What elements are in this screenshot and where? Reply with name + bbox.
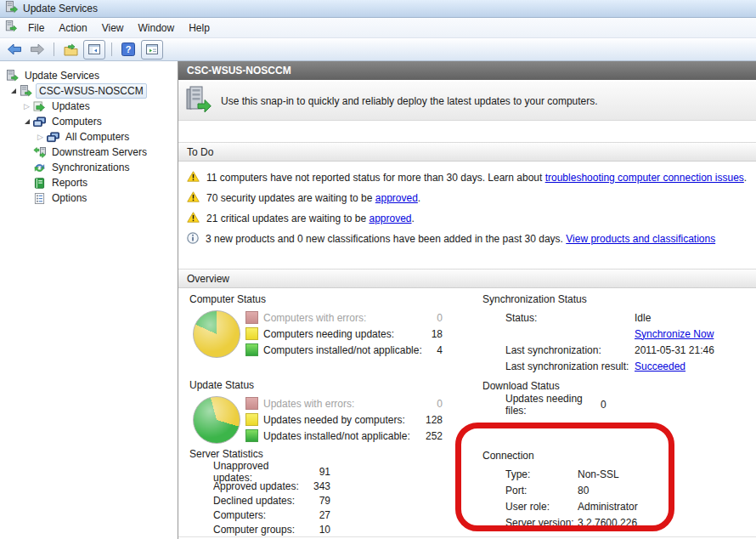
tree-item-update-services[interactable]: Update Services <box>0 68 178 83</box>
downstream-servers-icon <box>32 146 47 159</box>
menu-view[interactable]: View <box>95 20 131 37</box>
stat-value: 91 <box>305 466 330 478</box>
todo-section-header: To Do <box>178 142 756 162</box>
kv-row: Updates needing files:0 <box>505 396 606 412</box>
kv-row: Status:Idle <box>505 309 714 326</box>
todo-text: . <box>744 172 747 184</box>
new-window-icon[interactable] <box>141 40 163 60</box>
warning-icon <box>187 212 200 225</box>
tree-item-label[interactable]: Update Services <box>22 69 102 82</box>
computer-status-pie-chart <box>193 310 240 358</box>
options-icon <box>32 192 47 205</box>
snapin-description-banner: Use this snap-in to quickly and reliably… <box>178 82 756 121</box>
stat-row: Computer groups:10 <box>213 522 330 536</box>
wsus-server-icon <box>19 85 33 98</box>
todo-item: 70 security updates are waiting to be ap… <box>187 188 756 208</box>
computers-icon <box>32 116 47 128</box>
connection-title: Connection <box>482 450 638 462</box>
menu-action[interactable]: Action <box>52 20 93 37</box>
tree-item-computers[interactable]: Computers <box>0 114 178 129</box>
legend-value: 18 <box>420 328 443 340</box>
kv-value: 80 <box>578 485 589 496</box>
menu-window[interactable]: Window <box>132 20 182 37</box>
show-console-tree-icon[interactable] <box>83 40 105 60</box>
kv-row: Synchronize Now <box>505 326 714 342</box>
todo-link-approve-critical[interactable]: approved <box>369 213 411 224</box>
kv-label: Last synchronization: <box>505 344 635 356</box>
menu-help[interactable]: Help <box>182 20 217 37</box>
tree-item-label[interactable]: Reports <box>49 176 90 190</box>
legend-row: Updates installed/not applicable: 252 <box>245 428 443 444</box>
window-titlebar[interactable]: Update Services <box>0 0 756 18</box>
help-icon[interactable]: ? <box>118 41 138 59</box>
expander-expanded-icon[interactable] <box>8 88 19 94</box>
warning-icon <box>187 171 200 184</box>
snapin-description-text: Use this snap-in to quickly and reliably… <box>221 95 598 107</box>
kv-row: Port:80 <box>505 482 638 498</box>
legend-value: 4 <box>422 344 443 356</box>
todo-link-view-products[interactable]: View products and classifications <box>566 233 715 245</box>
tree-item-label[interactable]: Computers <box>49 115 104 128</box>
tree-item-options[interactable]: Options <box>0 190 178 206</box>
forward-icon[interactable] <box>27 41 48 59</box>
tree-item-downstream-servers[interactable]: Downstream Servers <box>0 145 178 160</box>
export-icon[interactable] <box>60 41 81 59</box>
tree-item-synchronizations[interactable]: Synchronizations <box>0 160 178 175</box>
menu-file[interactable]: File <box>21 20 51 37</box>
kv-value: 0 <box>601 399 606 411</box>
legend-label: Computers needing updates: <box>263 328 420 340</box>
legend-label: Computers installed/not applicable: <box>263 344 422 356</box>
tree-item-label[interactable]: Options <box>49 191 89 205</box>
tree-item-label[interactable]: Synchronizations <box>49 161 132 174</box>
toolbar-separator <box>54 43 54 56</box>
results-pane: CSC-WSUS-NOSCCM Use this snap-in to quic… <box>178 61 756 539</box>
synchronize-now-link[interactable]: Synchronize Now <box>635 328 714 340</box>
kv-row: User role:Administrator <box>505 498 638 514</box>
update-status-title: Update Status <box>189 379 443 391</box>
todo-item: 21 critical updates are waiting to be ap… <box>187 208 756 229</box>
tree-item-all-computers[interactable]: ▷ All Computers <box>0 129 178 145</box>
stat-row: Approved updates:343 <box>213 479 330 493</box>
tree-item-reports[interactable]: Reports <box>0 175 178 190</box>
todo-link-troubleshooting[interactable]: troubleshooting computer connection issu… <box>545 172 744 184</box>
wsus-server-icon <box>5 70 20 82</box>
tree-item-label[interactable]: Updates <box>49 99 93 113</box>
stat-value: 27 <box>305 509 330 521</box>
stat-value: 10 <box>305 524 330 536</box>
todo-link-approve-security[interactable]: approved <box>375 192 418 204</box>
tree-item-csc-wsus-nosccm[interactable]: CSC-WSUS-NOSCCM <box>0 83 178 99</box>
legend-label: Updates needed by computers: <box>263 414 420 426</box>
synchronization-status-title: Synchronization Status <box>482 293 714 305</box>
legend-swatch-errors <box>245 311 258 324</box>
kv-row: Last synchronization:2011-05-31 21:46 <box>505 342 714 358</box>
console-tree: Update Services CSC-WSUS-NOSCCM ▷ Update… <box>0 61 178 539</box>
back-icon[interactable] <box>4 41 25 59</box>
wsus-console-icon <box>5 20 17 35</box>
kv-row: Last synchronization result:Succeeded <box>505 358 714 374</box>
tree-item-label[interactable]: Downstream Servers <box>49 145 150 159</box>
tree-item-label[interactable]: CSC-WSUS-NOSCCM <box>36 83 147 99</box>
todo-item: 11 computers have not reported status fo… <box>187 167 756 188</box>
overview-section-header: Overview <box>178 269 756 288</box>
todo-text: 21 critical updates are waiting to be <box>206 213 369 224</box>
kv-label: Port: <box>505 485 578 496</box>
kv-row: Type:Non-SSL <box>505 466 638 482</box>
legend-label: Updates with errors: <box>263 398 420 410</box>
legend-value: 0 <box>420 398 443 410</box>
overview-title: Overview <box>187 273 229 285</box>
tree-item-label[interactable]: All Computers <box>63 130 132 144</box>
expander-collapsed-icon[interactable]: ▷ <box>35 133 46 141</box>
expander-expanded-icon[interactable] <box>21 119 32 124</box>
tree-item-updates[interactable]: ▷ Updates <box>0 99 178 114</box>
legend-value: 0 <box>420 312 443 324</box>
todo-text: . <box>412 213 415 224</box>
expander-collapsed-icon[interactable]: ▷ <box>21 102 32 111</box>
todo-section: To Do 11 computers have not reported sta… <box>178 142 756 252</box>
kv-label: Last synchronization result: <box>505 360 635 372</box>
sync-result-link[interactable]: Succeeded <box>635 360 685 372</box>
overview-section: Overview Computer Status Computers with … <box>178 269 756 537</box>
legend-swatch-needed <box>245 413 258 426</box>
wsus-server-large-icon <box>186 86 212 116</box>
stat-label: Approved updates: <box>213 480 305 492</box>
server-statistics-title: Server Statistics <box>189 448 330 460</box>
